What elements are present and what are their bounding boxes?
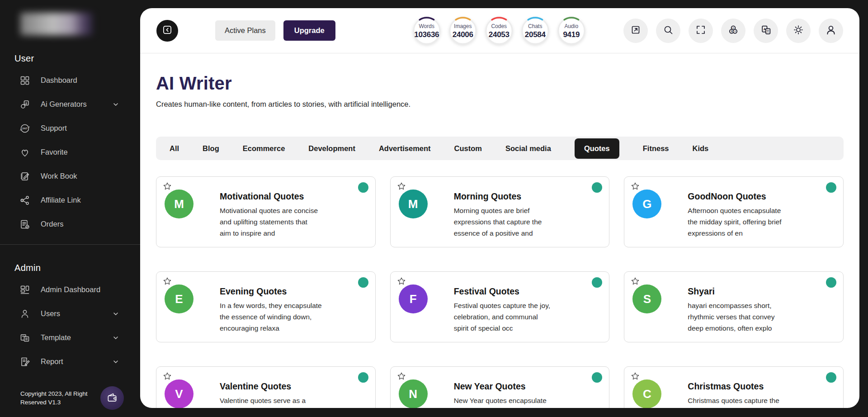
sidebar-item-affiliate-link[interactable]: $ Affiliate Link [0,188,140,212]
search-button[interactable] [656,19,680,43]
sidebar-item-label: Affiliate Link [41,196,81,204]
sidebar-item-orders[interactable]: Orders [0,212,140,236]
chevron-down-icon [112,358,119,365]
card-text: Morning Quotes Morning quotes are brief … [454,190,542,239]
card-new-year-quotes[interactable]: N New Year Quotes New Year quotes encaps… [390,366,610,408]
fullscreen-button[interactable] [689,19,713,43]
tab-fitness[interactable]: Fitness [643,144,669,153]
stat-value: 9419 [557,30,586,39]
card-description: Morning quotes are brief expressions tha… [454,205,542,239]
desc-line: the midday spirit, offering brief [688,217,781,228]
page-title: AI Writer [156,73,844,94]
avatar: M [165,190,193,218]
wallet-button[interactable] [100,386,124,410]
card-christmas-quotes[interactable]: C Christmas Quotes Christmas quotes capt… [624,366,844,408]
card-festival-quotes[interactable]: F Festival Quotes Festival quotes captur… [390,271,610,342]
card-valentine-quotes[interactable]: V Valentine Quotes Valentine quotes serv… [156,366,376,408]
sidebar-item-label: Ai Generators [41,100,87,109]
sidebar-item-favorite[interactable]: Favorite [0,140,140,164]
tab-all[interactable]: All [170,144,179,153]
desc-line: expressions that capture the [454,217,542,228]
desc-line: Motivational quotes are concise [220,205,318,217]
desc-line: expressions of en [688,228,781,239]
card-title: Festival Quotes [454,286,550,297]
stat-value: 20584 [521,30,550,39]
content-area: AI Writer Creates human-like content, fr… [140,73,859,408]
card-morning-quotes[interactable]: M Morning Quotes Morning quotes are brie… [390,176,610,247]
favorite-star-icon[interactable] [162,276,172,288]
card-goodnoon-quotes[interactable]: G GoodNoon Quotes Afternoon quotes encap… [624,176,844,247]
desc-line: Christmas quotes capture the [688,395,779,407]
favorite-star-icon[interactable] [162,371,172,383]
avatar: V [165,379,193,408]
sidebar-item-ai-generators[interactable]: Ai Generators [0,92,140,116]
tab-ecommerce[interactable]: Ecommerce [243,144,285,153]
favorite-star-icon[interactable] [396,181,406,193]
currency-button[interactable]: £$¥ [721,19,745,43]
desc-line: Morning quotes are brief [454,205,542,217]
status-dot [826,277,836,288]
translate-button[interactable]: A文 [754,19,778,43]
theme-toggle-button[interactable] [786,19,811,43]
collapse-sidebar-button[interactable] [156,20,178,42]
card-description: Afternoon quotes encapsulate the midday … [688,205,781,239]
stat-value: 103636 [412,30,441,39]
card-text: Valentine Quotes Valentine quotes serve … [220,379,306,408]
copyright-line1: Copyright 2023, All Right [20,389,99,398]
stat-label: Codes [485,23,514,29]
sidebar-item-template[interactable]: Template [0,326,140,350]
orders-icon [19,218,31,230]
sidebar-item-users[interactable]: Users [0,302,140,326]
sidebar-item-admin-dashboard[interactable]: Admin Dashboard [0,278,140,302]
theme-sun-icon [793,24,804,37]
favorite-star-icon[interactable] [630,276,640,288]
currency-icon: £$¥ [727,24,739,37]
stat-label: Audio [557,23,586,29]
stat-codes: Codes 24053 [485,16,514,45]
card-motivational-quotes[interactable]: M Motivational Quotes Motivational quote… [156,176,376,247]
svg-text:24/7: 24/7 [22,127,28,130]
card-text: Festival Quotes Festival quotes capture … [454,284,550,334]
tab-blog[interactable]: Blog [203,144,219,153]
tab-custom[interactable]: Custom [454,144,482,153]
external-link-button[interactable] [623,19,648,43]
tab-kids[interactable]: Kids [693,144,709,153]
favorite-star-icon[interactable] [630,181,640,193]
stat-value: 24053 [485,30,514,39]
sidebar-item-support[interactable]: 24/7 Support [0,116,140,140]
affiliate-share-icon: $ [19,194,31,206]
profile-button[interactable] [819,19,843,43]
card-title: Valentine Quotes [220,381,306,392]
favorite-star-icon[interactable] [162,181,172,193]
report-icon [19,356,31,368]
translate-icon: A文 [760,24,772,37]
app-logo [20,13,93,35]
desc-line: Valentine quotes serve as a [220,395,306,407]
tab-social-media[interactable]: Social media [505,144,551,153]
card-body: E Evening Quotes In a few words, they en… [156,272,375,334]
tab-development[interactable]: Development [308,144,355,153]
active-plans-button[interactable]: Active Plans [215,20,275,41]
favorite-star-icon[interactable] [396,371,406,383]
sidebar-item-dashboard[interactable]: Dashboard [0,68,140,92]
favorite-star-icon[interactable] [630,371,640,383]
stat-value: 24006 [448,30,477,39]
stat-label: Chats [521,23,550,29]
card-evening-quotes[interactable]: E Evening Quotes In a few words, they en… [156,271,376,342]
tab-advertisement[interactable]: Advertisement [379,144,431,153]
status-dot [826,372,836,383]
main-panel: Active Plans Upgrade Words 103636 Images… [140,8,859,408]
upgrade-button[interactable]: Upgrade [283,20,335,41]
stat-images: Images 24006 [448,16,477,45]
tab-quotes[interactable]: Quotes [575,138,619,159]
card-text: GoodNoon Quotes Afternoon quotes encapsu… [688,190,781,239]
card-shyari[interactable]: S Shyari hayari encompasses short, rhyth… [624,271,844,342]
collapse-sidebar-icon [161,24,173,37]
desc-line: deep emotions, often explo [688,323,774,334]
desc-line: spirit of special occ [454,323,550,334]
sidebar-item-report[interactable]: Report [0,350,140,374]
sidebar-item-work-book[interactable]: Work Book [0,164,140,188]
favorite-star-icon[interactable] [396,276,406,288]
page-subtitle: Creates human-like content, from article… [156,100,844,109]
sidebar: User Dashboard Ai Generators 24/7 Suppor… [0,0,140,417]
